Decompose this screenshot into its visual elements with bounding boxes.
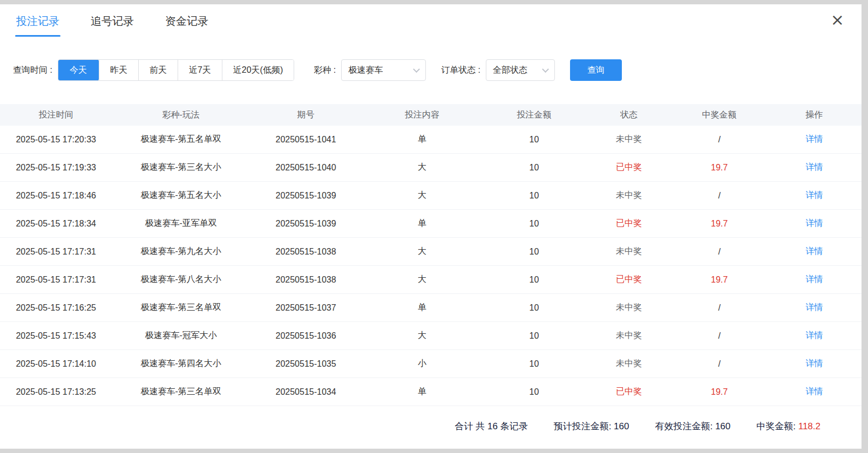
table-row: 2025-05-15 17:17:31极速赛车-第九名大小20250515-10… [0,238,862,266]
tab-bar: 投注记录 追号记录 资金记录 × [0,4,862,39]
chevron-down-icon [542,66,549,73]
cell-bet-time: 2025-05-15 17:18:34 [0,219,112,229]
cell-bet-content: 单 [362,134,482,145]
cell-prize: / [672,247,767,257]
cell-bet-time: 2025-05-15 17:14:10 [0,359,112,369]
time-filter-option[interactable]: 昨天 [99,60,138,80]
cell-prize: 19.7 [672,275,767,285]
cell-bet-time: 2025-05-15 17:18:46 [0,191,112,201]
cell-bet-time: 2025-05-15 17:17:31 [0,275,112,285]
cell-prize: 19.7 [672,219,767,229]
header-prize: 中奖金额 [672,109,767,121]
cell-status: 未中奖 [586,358,672,369]
tab-chase-records[interactable]: 追号记录 [91,4,134,39]
bet-records-modal: 投注记录 追号记录 资金记录 × 查询时间 : 今天昨天前天近7天近20天(低频… [0,4,862,449]
cell-prize: / [672,191,767,201]
cell-status: 已中奖 [586,386,672,397]
lottery-selected-value: 极速赛车 [348,65,383,76]
cell-bet-content: 单 [362,302,482,313]
time-filter-option[interactable]: 近20天(低频) [222,60,294,80]
cell-game-play: 极速赛车-第三名单双 [112,302,249,313]
header-bet-time: 投注时间 [0,109,112,121]
header-bet-content: 投注内容 [362,109,482,121]
close-icon[interactable]: × [831,12,844,28]
cell-bet-content: 大 [362,190,482,201]
time-filter-option[interactable]: 近7天 [178,60,222,80]
detail-link[interactable]: 详情 [767,386,862,397]
cell-bet-time: 2025-05-15 17:19:33 [0,163,112,173]
search-button[interactable]: 查询 [570,59,622,81]
time-filter-group: 今天昨天前天近7天近20天(低频) [58,59,294,81]
order-status-label: 订单状态 : [441,65,480,76]
order-status-select[interactable]: 全部状态 [486,59,555,81]
cell-game-play: 极速赛车-冠军大小 [112,330,249,341]
cell-game-play: 极速赛车-第四名大小 [112,358,249,369]
table-row: 2025-05-15 17:19:33极速赛车-第三名大小20250515-10… [0,154,862,182]
detail-link[interactable]: 详情 [767,246,862,257]
filter-bar: 查询时间 : 今天昨天前天近7天近20天(低频) 彩种 : 极速赛车 订单状态 … [13,59,862,81]
cell-game-play: 极速赛车-第八名大小 [112,274,249,285]
cell-bet-amount: 10 [483,219,586,229]
cell-issue: 20250515-1037 [250,303,362,313]
cell-bet-content: 大 [362,162,482,173]
cell-bet-amount: 10 [483,191,586,201]
detail-link[interactable]: 详情 [767,134,862,145]
tab-fund-records[interactable]: 资金记录 [165,4,208,39]
cell-game-play: 极速赛车-第三名大小 [112,162,249,173]
cell-bet-amount: 10 [483,247,586,257]
header-game-play: 彩种-玩法 [112,109,249,121]
cell-prize: / [672,303,767,313]
table-row: 2025-05-15 17:15:43极速赛车-冠军大小20250515-103… [0,322,862,350]
detail-link[interactable]: 详情 [767,358,862,369]
header-bet-amount: 投注金额 [483,109,586,121]
records-table: 投注时间 彩种-玩法 期号 投注内容 投注金额 状态 中奖金额 操作 2025-… [0,104,862,406]
header-status: 状态 [586,109,672,121]
header-issue: 期号 [250,109,362,121]
header-actions: 操作 [767,109,862,121]
lottery-label: 彩种 : [314,65,336,76]
time-filter-option[interactable]: 前天 [138,60,178,80]
cell-game-play: 极速赛车-第五名单双 [112,134,249,145]
cell-bet-amount: 10 [483,331,586,341]
time-filter-label: 查询时间 : [13,65,52,76]
cell-issue: 20250515-1038 [250,275,362,285]
table-body: 2025-05-15 17:20:33极速赛车-第五名单双20250515-10… [0,126,862,406]
cell-bet-amount: 10 [483,135,586,145]
cell-bet-time: 2025-05-15 17:16:25 [0,303,112,313]
status-selected-value: 全部状态 [493,65,527,76]
cell-bet-time: 2025-05-15 17:13:25 [0,387,112,397]
summary-expected-amount: 预计投注金额: 160 [554,420,629,433]
lottery-select[interactable]: 极速赛车 [341,59,426,81]
detail-link[interactable]: 详情 [767,218,862,229]
cell-prize: / [672,331,767,341]
cell-issue: 20250515-1041 [250,135,362,145]
cell-bet-content: 大 [362,246,482,257]
table-row: 2025-05-15 17:20:33极速赛车-第五名单双20250515-10… [0,126,862,154]
cell-bet-amount: 10 [483,303,586,313]
detail-link[interactable]: 详情 [767,302,862,313]
detail-link[interactable]: 详情 [767,330,862,341]
cell-status: 已中奖 [586,162,672,173]
detail-link[interactable]: 详情 [767,190,862,201]
table-row: 2025-05-15 17:13:25极速赛车-第三名单双20250515-10… [0,378,862,406]
detail-link[interactable]: 详情 [767,162,862,173]
cell-bet-amount: 10 [483,387,586,397]
cell-bet-time: 2025-05-15 17:20:33 [0,135,112,145]
cell-game-play: 极速赛车-第三名单双 [112,386,249,397]
cell-bet-time: 2025-05-15 17:15:43 [0,331,112,341]
cell-bet-content: 大 [362,330,482,341]
cell-status: 已中奖 [586,274,672,285]
table-row: 2025-05-15 17:14:10极速赛车-第四名大小20250515-10… [0,350,862,378]
cell-bet-content: 单 [362,218,482,229]
summary-prize-value: 118.2 [798,421,820,431]
cell-game-play: 极速赛车-第九名大小 [112,246,249,257]
detail-link[interactable]: 详情 [767,274,862,285]
cell-status: 已中奖 [586,218,672,229]
tab-bet-records[interactable]: 投注记录 [16,4,59,39]
cell-game-play: 极速赛车-亚军单双 [112,218,249,229]
cell-status: 未中奖 [586,246,672,257]
cell-game-play: 极速赛车-第五名大小 [112,190,249,201]
cell-status: 未中奖 [586,330,672,341]
time-filter-option-active[interactable]: 今天 [58,59,99,81]
cell-status: 未中奖 [586,190,672,201]
